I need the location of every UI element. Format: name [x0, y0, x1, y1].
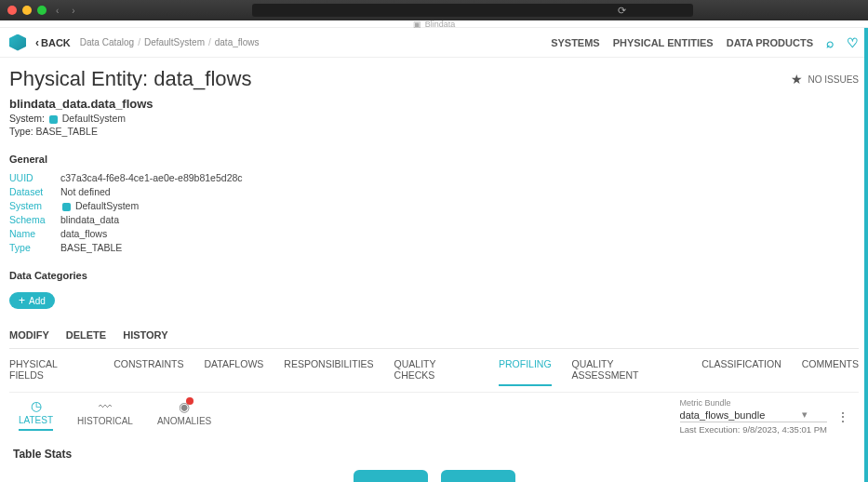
table-stats-heading: Table Stats: [13, 448, 859, 461]
entity-path: blindata_data.data_flows: [9, 97, 859, 111]
star-icon[interactable]: ★: [791, 72, 803, 87]
window-maximize-dot[interactable]: [37, 6, 47, 15]
breadcrumb-sep: /: [208, 37, 211, 47]
entity-system-value[interactable]: DefaultSystem: [62, 113, 126, 124]
chart-line-icon: 〰: [99, 399, 112, 414]
subtab-historical[interactable]: 〰 HISTORICAL: [77, 399, 133, 430]
bell-icon[interactable]: ♡: [847, 35, 859, 50]
tab-favicon-icon: ▣: [413, 20, 421, 29]
delete-button[interactable]: DELETE: [66, 329, 106, 341]
data-categories-heading: Data Categories: [9, 270, 859, 281]
app-topbar: ‹ BACK Data Catalog / DefaultSystem / da…: [0, 28, 868, 58]
tab-physical-fields[interactable]: PHYSICAL FIELDS: [9, 358, 93, 386]
page-content: Physical Entity: data_flows ★ NO ISSUES …: [0, 58, 868, 482]
bundle-select[interactable]: data_flows_bundle ▾: [680, 408, 827, 422]
entity-system-label: System:: [9, 113, 45, 124]
general-row-type: TypeBASE_TABLE: [9, 242, 859, 253]
tab-quality-checks[interactable]: QUALITY CHECKS: [394, 358, 478, 386]
top-nav: SYSTEMS PHYSICAL ENTITIES DATA PRODUCTS …: [551, 35, 859, 50]
breadcrumb-item[interactable]: DefaultSystem: [144, 37, 205, 47]
chevron-left-icon: ‹: [35, 36, 39, 49]
breadcrumb-item[interactable]: Data Catalog: [80, 37, 134, 47]
entity-tabs: PHYSICAL FIELDS CONSTRAINTS DATAFLOWS RE…: [9, 349, 859, 393]
breadcrumb-item[interactable]: data_flows: [215, 37, 260, 47]
tab-responsibilities[interactable]: RESPONSIBILITIES: [284, 358, 373, 386]
metric-bundle-box: Metric Bundle data_flows_bundle ▾ Last E…: [680, 398, 827, 435]
window-minimize-dot[interactable]: [22, 6, 32, 15]
add-category-button[interactable]: + Add: [9, 292, 55, 309]
last-execution: Last Execution: 9/8/2023, 4:35:01 PM: [680, 424, 827, 435]
columns-count-value: 13: [382, 479, 398, 483]
app-logo-icon[interactable]: [9, 34, 26, 51]
general-heading: General: [9, 154, 859, 165]
stat-cards: 13 Columns Count 31311 Rows Count: [9, 470, 859, 482]
entity-type-line: Type: BASE_TABLE: [9, 126, 859, 137]
more-menu-icon[interactable]: ⋮: [836, 409, 849, 424]
issues-label: NO ISSUES: [808, 74, 859, 85]
profiling-subbar: ◷ LATEST 〰 HISTORICAL ◉ ANOMALIES Metric…: [9, 393, 859, 444]
subtab-latest[interactable]: ◷ LATEST: [19, 398, 53, 431]
general-row-dataset: DatasetNot defined: [9, 186, 859, 197]
general-row-system: System DefaultSystem: [9, 200, 859, 211]
nav-forward-icon[interactable]: ›: [68, 6, 78, 16]
tab-constraints[interactable]: CONSTRAINTS: [114, 358, 183, 386]
general-rows: UUIDc37a3ca4-f6e8-4ce1-ae0e-e89b81e5d28c…: [9, 172, 859, 253]
fingerprint-icon: ◉: [179, 399, 190, 414]
profiling-subtabs: ◷ LATEST 〰 HISTORICAL ◉ ANOMALIES: [19, 398, 211, 431]
entity-type-label: Type:: [9, 126, 33, 137]
general-row-schema: Schemablindata_data: [9, 214, 859, 225]
breadcrumb: Data Catalog / DefaultSystem / data_flow…: [80, 37, 260, 47]
tab-classification[interactable]: CLASSIFICATION: [701, 358, 781, 386]
system-badge-icon: [62, 203, 71, 211]
topnav-physical-entities[interactable]: PHYSICAL ENTITIES: [613, 37, 714, 48]
tab-comments[interactable]: COMMENTS: [802, 358, 859, 386]
search-icon[interactable]: ⌕: [826, 35, 834, 50]
back-button[interactable]: ‹ BACK: [35, 36, 71, 49]
history-button[interactable]: HISTORY: [123, 329, 167, 341]
window-close-dot[interactable]: [7, 6, 17, 15]
subtab-anomalies[interactable]: ◉ ANOMALIES: [157, 399, 211, 430]
issues-indicator[interactable]: ★ NO ISSUES: [791, 72, 859, 87]
general-row-name: Namedata_flows: [9, 228, 859, 239]
bundle-label: Metric Bundle: [680, 398, 827, 408]
general-row-uuid: UUIDc37a3ca4-f6e8-4ce1-ae0e-e89b81e5d28c: [9, 172, 859, 183]
stat-card-columns: 13 Columns Count: [354, 470, 428, 482]
stat-card-rows: 31311 Rows Count: [441, 470, 515, 482]
tab-dataflows[interactable]: DATAFLOWS: [205, 358, 264, 386]
back-label: BACK: [41, 37, 71, 48]
url-bar[interactable]: [252, 4, 693, 17]
clock-icon: ◷: [31, 398, 42, 413]
add-category-label: Add: [29, 296, 46, 306]
entity-type-value: BASE_TABLE: [36, 126, 98, 137]
caret-down-icon: ▾: [802, 408, 808, 421]
entity-actions: MODIFY DELETE HISTORY: [9, 329, 859, 349]
bundle-value: data_flows_bundle: [680, 409, 766, 421]
entity-system-line: System: DefaultSystem: [9, 113, 859, 124]
tab-title: Blindata: [425, 20, 456, 29]
page-title: Physical Entity: data_flows: [9, 67, 251, 91]
rows-count-value: 31311: [459, 479, 498, 483]
right-accent-bar: [864, 28, 868, 482]
tab-quality-assessment[interactable]: QUALITY ASSESSMENT: [572, 358, 682, 386]
system-badge-icon: [49, 115, 58, 124]
browser-tab[interactable]: ▣ Blindata: [0, 20, 868, 28]
tab-profiling[interactable]: PROFILING: [499, 358, 552, 386]
breadcrumb-sep: /: [138, 37, 140, 47]
reload-icon[interactable]: ⟳: [618, 5, 626, 17]
nav-back-icon[interactable]: ‹: [52, 6, 62, 16]
topnav-systems[interactable]: SYSTEMS: [551, 37, 600, 48]
modify-button[interactable]: MODIFY: [9, 329, 49, 341]
topnav-data-products[interactable]: DATA PRODUCTS: [727, 37, 813, 48]
browser-chrome: ‹ › ⟳: [0, 0, 868, 20]
plus-icon: +: [19, 295, 25, 306]
